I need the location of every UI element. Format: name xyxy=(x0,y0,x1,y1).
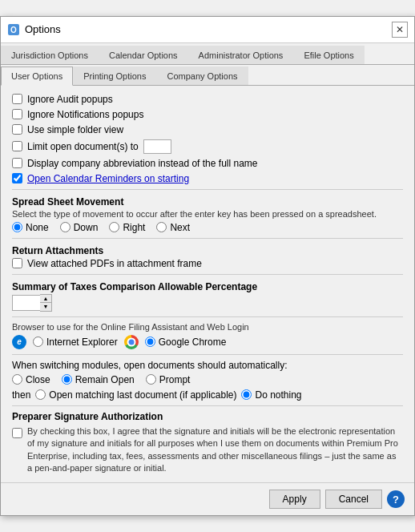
radio-do-nothing-label: Do nothing xyxy=(255,389,301,401)
radio-down: Down xyxy=(60,222,99,233)
switch-modules-options: Close Remain Open Prompt xyxy=(12,374,403,385)
tabs-row1-inner: Jurisdiction Options Calendar Options Ad… xyxy=(1,43,414,64)
chrome-icon xyxy=(124,335,139,349)
radio-none: None xyxy=(12,222,49,233)
display-abbr-checkbox[interactable] xyxy=(12,158,22,168)
tax-comparison-title: Summary of Taxes Comparison Allowable Pe… xyxy=(12,281,403,292)
preparer-title: Preparer Signature Authorization xyxy=(12,411,403,422)
open-calendar-checkbox[interactable] xyxy=(12,173,22,183)
limit-open-value[interactable]: 5 xyxy=(143,139,171,154)
tabs-row2-inner: User Options Printing Options Company Op… xyxy=(1,64,414,85)
radio-down-input[interactable] xyxy=(60,222,71,232)
radio-do-nothing: Do nothing xyxy=(241,389,301,401)
help-button[interactable]: ? xyxy=(387,490,405,508)
open-calendar-label: Open Calendar Reminders on starting xyxy=(27,173,189,184)
limit-open-checkbox[interactable] xyxy=(12,141,22,151)
radio-right-input[interactable] xyxy=(109,222,119,232)
radio-chrome-label: Google Chrome xyxy=(159,337,227,348)
checkbox-open-calendar: Open Calendar Reminders on starting xyxy=(12,173,403,184)
tab-printing[interactable]: Printing Options xyxy=(73,66,156,85)
radio-remain-input[interactable] xyxy=(62,374,72,385)
divider-5 xyxy=(12,354,403,355)
radio-ie-input[interactable] xyxy=(33,337,43,347)
simple-folder-label: Use simple folder view xyxy=(27,124,123,135)
checkbox-ignore-audit: Ignore Audit popups xyxy=(12,94,403,105)
radio-right-label: Right xyxy=(123,222,145,233)
radio-none-input[interactable] xyxy=(12,222,22,232)
divider-2 xyxy=(12,238,403,239)
checkbox-view-pdfs: View attached PDFs in attachment frame xyxy=(12,258,403,269)
divider-1 xyxy=(12,189,403,190)
spreadsheet-options: None Down Right Next xyxy=(12,222,403,233)
display-abbr-label: Display company abbreviation instead of … xyxy=(27,158,258,169)
spinner-buttons: ▲ ▼ xyxy=(40,294,52,312)
apply-button[interactable]: Apply xyxy=(269,490,320,509)
radio-right: Right xyxy=(109,222,145,233)
view-pdfs-checkbox[interactable] xyxy=(12,258,22,268)
ignore-audit-label: Ignore Audit popups xyxy=(27,94,113,105)
titlebar-left: O Options xyxy=(7,23,61,36)
window-icon: O xyxy=(7,23,20,36)
tab-company[interactable]: Company Options xyxy=(156,66,248,85)
radio-open-matching-input[interactable] xyxy=(35,389,46,400)
spreadsheet-title: Spread Sheet Movement xyxy=(12,196,403,208)
radio-close-input[interactable] xyxy=(12,374,22,385)
radio-none-label: None xyxy=(26,222,49,233)
footer: Apply Cancel ? xyxy=(1,482,414,515)
radio-prompt: Prompt xyxy=(146,374,191,385)
tab-administrator[interactable]: Administrator Options xyxy=(188,46,294,64)
radio-next-input[interactable] xyxy=(156,222,167,232)
tax-comparison-spinner: 20 ▲ ▼ xyxy=(12,294,403,312)
titlebar: O Options ✕ xyxy=(1,17,414,43)
limit-open-row: Limit open document(s) to 5 xyxy=(12,139,403,154)
radio-prompt-input[interactable] xyxy=(146,374,156,385)
radio-prompt-label: Prompt xyxy=(159,374,191,385)
radio-remain: Remain Open xyxy=(62,374,135,385)
then-row: then Open matching last document (if app… xyxy=(12,389,403,401)
options-window: O Options ✕ Jurisdiction Options Calenda… xyxy=(0,16,415,517)
ignore-notif-label: Ignore Notifications popups xyxy=(27,109,143,120)
tab-user[interactable]: User Options xyxy=(1,66,73,86)
ie-icon: e xyxy=(12,335,26,349)
radio-close: Close xyxy=(12,374,50,385)
preparer-checkbox[interactable] xyxy=(12,428,22,438)
then-label: then xyxy=(12,389,30,401)
preparer-text: By checking this box, I agree that the s… xyxy=(27,425,403,475)
radio-do-nothing-input[interactable] xyxy=(241,389,252,400)
ignore-audit-checkbox[interactable] xyxy=(12,94,22,104)
radio-open-matching: Open matching last document (if applicab… xyxy=(35,389,236,401)
tax-percentage-input[interactable]: 20 xyxy=(12,295,40,311)
radio-chrome: Google Chrome xyxy=(145,337,227,348)
radio-remain-label: Remain Open xyxy=(75,374,135,385)
content-area: Ignore Audit popups Ignore Notifications… xyxy=(1,86,414,483)
tabs-row1: Jurisdiction Options Calendar Options Ad… xyxy=(1,43,414,65)
spreadsheet-desc: Select the type of movement to occur aft… xyxy=(12,209,403,219)
spinner-down-button[interactable]: ▼ xyxy=(40,303,51,311)
tabs-row2: User Options Printing Options Company Op… xyxy=(1,64,414,86)
divider-3 xyxy=(12,274,403,275)
preparer-body: By checking this box, I agree that the s… xyxy=(12,425,403,475)
return-attachments-title: Return Attachments xyxy=(12,245,403,256)
radio-chrome-input[interactable] xyxy=(145,337,155,347)
close-button[interactable]: ✕ xyxy=(392,22,408,38)
cancel-button[interactable]: Cancel xyxy=(325,490,382,509)
tab-efile[interactable]: Efile Options xyxy=(293,46,364,64)
window-title: Options xyxy=(25,23,61,35)
radio-next: Next xyxy=(156,222,190,233)
radio-ie-label: Internet Explorer xyxy=(46,337,118,348)
radio-down-label: Down xyxy=(74,222,99,233)
tab-jurisdiction[interactable]: Jurisdiction Options xyxy=(1,46,99,64)
limit-open-label: Limit open document(s) to xyxy=(27,141,139,152)
tab-calendar[interactable]: Calendar Options xyxy=(99,46,188,64)
radio-ie: Internet Explorer xyxy=(33,337,118,348)
browser-options: e Internet Explorer Google Chrome xyxy=(12,335,403,349)
simple-folder-checkbox[interactable] xyxy=(12,124,22,135)
divider-4 xyxy=(12,316,403,317)
ignore-notif-checkbox[interactable] xyxy=(12,109,22,119)
divider-6 xyxy=(12,405,403,406)
preparer-section: Preparer Signature Authorization By chec… xyxy=(12,411,403,475)
checkbox-simple-folder: Use simple folder view xyxy=(12,124,403,135)
spinner-up-button[interactable]: ▲ xyxy=(40,295,51,303)
radio-close-label: Close xyxy=(26,374,50,385)
radio-next-label: Next xyxy=(170,222,190,233)
